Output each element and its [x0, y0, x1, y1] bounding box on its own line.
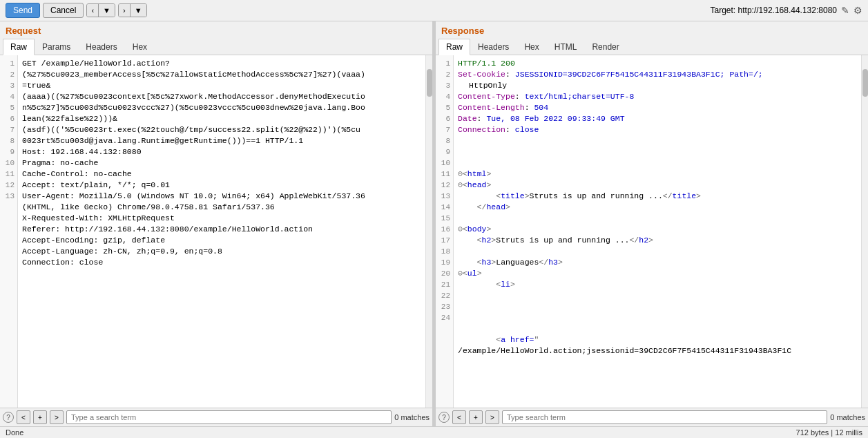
request-help-icon[interactable]: ? — [3, 412, 14, 423]
tab-render-response[interactable]: Render — [584, 39, 626, 55]
settings-icon[interactable]: ⚙ — [853, 5, 862, 16]
status-bar: Done 712 bytes | 12 millis — [0, 426, 868, 438]
toolbar: Send Cancel ‹ ▼ › ▼ Target: http://192.1… — [0, 0, 868, 21]
response-search-next-plus[interactable]: + — [469, 410, 483, 424]
response-line-numbers: 1 2 3 4 5 6 7 8 9 10 11 12 13 14 15 16 1… — [436, 55, 454, 408]
request-code-container: 1 2 3 4 5 6 7 8 9 10 11 12 13 GET /examp… — [0, 55, 432, 408]
response-code-container: 1 2 3 4 5 6 7 8 9 10 11 12 13 14 15 16 1… — [436, 55, 868, 408]
tab-headers-response[interactable]: Headers — [470, 39, 517, 55]
request-scrollbar-thumb[interactable] — [427, 69, 432, 97]
response-search-input[interactable] — [502, 410, 827, 424]
next-button[interactable]: › — [119, 4, 131, 17]
response-search-next[interactable]: > — [485, 410, 499, 424]
tab-hex-response[interactable]: Hex — [517, 39, 546, 55]
request-panel: Request Raw Params Headers Hex 1 2 3 4 5… — [0, 21, 433, 426]
request-tabs: Raw Params Headers Hex — [0, 39, 432, 55]
request-scrollbar[interactable] — [425, 55, 432, 408]
request-search-next-plus[interactable]: + — [33, 410, 47, 424]
tab-raw-response[interactable]: Raw — [438, 39, 470, 55]
send-button[interactable]: Send — [6, 3, 40, 18]
response-tabs: Raw Headers Hex HTML Render — [436, 39, 868, 55]
response-code[interactable]: HTTP/1.1 200 Set-Cookie: JSESSIONID=39CD… — [454, 55, 861, 408]
request-search-matches: 0 matches — [394, 413, 430, 421]
status-right: 712 bytes | 12 millis — [796, 428, 862, 437]
target-label: Target: http://192.168.44.132:8080 — [711, 6, 837, 15]
request-search-next[interactable]: > — [50, 410, 64, 424]
response-search-bar: ? < + > 0 matches — [436, 408, 868, 426]
edit-icon[interactable]: ✎ — [841, 5, 849, 16]
prev-dropdown-button[interactable]: ▼ — [99, 4, 115, 17]
response-scrollbar[interactable] — [861, 55, 868, 408]
request-line-numbers: 1 2 3 4 5 6 7 8 9 10 11 12 13 — [0, 55, 18, 408]
next-dropdown-button[interactable]: ▼ — [131, 4, 146, 17]
tab-raw-request[interactable]: Raw — [3, 39, 35, 55]
request-search-prev[interactable]: < — [17, 410, 30, 424]
cancel-button[interactable]: Cancel — [43, 3, 84, 18]
request-search-bar: ? < + > 0 matches — [0, 408, 432, 426]
response-scrollbar-thumb[interactable] — [862, 69, 868, 97]
tab-params-request[interactable]: Params — [35, 39, 78, 55]
tab-hex-request[interactable]: Hex — [125, 39, 155, 55]
response-help-icon[interactable]: ? — [438, 412, 450, 423]
nav-group-next: › ▼ — [118, 3, 147, 17]
tab-headers-request[interactable]: Headers — [78, 39, 124, 55]
tab-html-response[interactable]: HTML — [547, 39, 585, 55]
main-content: Request Raw Params Headers Hex 1 2 3 4 5… — [0, 21, 868, 426]
request-code[interactable]: GET /example/HelloWorld.action? (%27%5cu… — [18, 55, 425, 408]
target-area: Target: http://192.168.44.132:8080 ✎ ⚙ — [711, 5, 862, 16]
response-panel: Response Raw Headers Hex HTML Render 1 2… — [436, 21, 868, 426]
response-search-prev[interactable]: < — [452, 410, 466, 424]
status-left: Done — [6, 428, 23, 437]
request-search-input[interactable] — [66, 410, 392, 424]
request-title: Request — [0, 21, 432, 39]
response-title: Response — [436, 21, 868, 39]
response-search-matches: 0 matches — [830, 413, 865, 421]
nav-group-prev: ‹ ▼ — [86, 3, 115, 17]
prev-button[interactable]: ‹ — [87, 4, 99, 17]
